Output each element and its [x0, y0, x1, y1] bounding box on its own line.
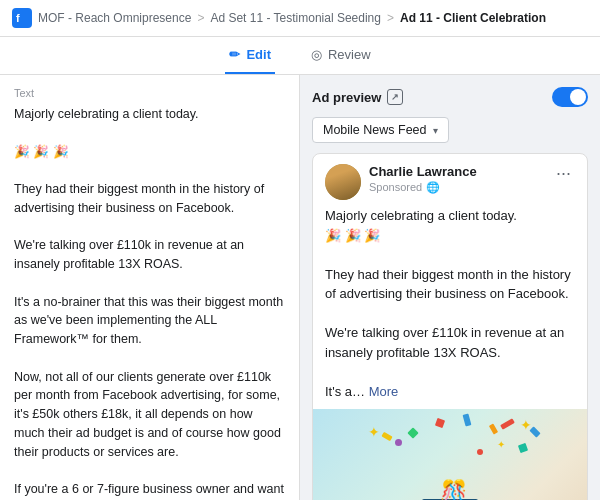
breadcrumb-sep-2: > [387, 11, 394, 25]
text-label: Text [14, 87, 285, 99]
breadcrumb-mof[interactable]: MOF - Reach Omnipresence [38, 11, 191, 25]
breadcrumb-bar: f MOF - Reach Omnipresence > Ad Set 11 -… [0, 0, 600, 37]
ad-text-line2: 🎉 🎉 🎉 [325, 226, 575, 246]
star-icon-1: ✦ [368, 424, 380, 440]
avatar [325, 164, 361, 200]
more-options-button[interactable]: ··· [552, 164, 575, 182]
right-panel: Ad preview ↗ Mobile News Feed ▾ Charlie … [300, 75, 600, 500]
left-panel: Text Majorly celebrating a client today.… [0, 75, 300, 500]
tab-review[interactable]: ◎ Review [307, 37, 375, 74]
ad-text-truncated: It's a… [325, 384, 365, 399]
breadcrumb-sep-1: > [197, 11, 204, 25]
app-logo: f [12, 8, 32, 28]
preview-toggle[interactable] [552, 87, 588, 107]
star-icon-3: ✦ [497, 439, 505, 450]
profile-name: Charlie Lawrance [369, 164, 477, 181]
tabs-bar: ✏ Edit ◎ Review [0, 37, 600, 75]
profile-info: Charlie Lawrance Sponsored 🌐 [325, 164, 477, 200]
edit-icon: ✏ [229, 47, 240, 62]
star-icon-2: ✦ [520, 417, 532, 433]
placement-selector[interactable]: Mobile News Feed ▾ [312, 117, 449, 143]
breadcrumb-current: Ad 11 - Client Celebration [400, 11, 546, 25]
sponsored-label: Sponsored [369, 181, 422, 193]
tab-edit[interactable]: ✏ Edit [225, 37, 275, 74]
ad-text-line3: They had their biggest month in the hist… [325, 265, 575, 304]
placement-label: Mobile News Feed [323, 123, 427, 137]
review-icon: ◎ [311, 47, 322, 62]
breadcrumb-adset[interactable]: Ad Set 11 - Testimonial Seeding [210, 11, 381, 25]
ad-body-copy[interactable]: Majorly celebrating a client today. 🎉 🎉 … [14, 105, 285, 500]
chevron-down-icon: ▾ [433, 125, 438, 136]
ad-preview-header: Ad preview ↗ [312, 87, 588, 107]
ad-preview-text: Majorly celebrating a client today. 🎉 🎉 … [313, 206, 587, 409]
main-content: Text Majorly celebrating a client today.… [0, 75, 600, 500]
ad-card: Charlie Lawrance Sponsored 🌐 ··· Majorly… [312, 153, 588, 500]
ad-image: ✦ ✦ ✦ 🎊 [313, 409, 587, 500]
sponsored-row: Sponsored 🌐 [369, 181, 477, 194]
globe-icon: 🌐 [426, 181, 440, 194]
ad-preview-label: Ad preview ↗ [312, 89, 403, 105]
svg-text:f: f [16, 12, 20, 24]
ad-card-header: Charlie Lawrance Sponsored 🌐 ··· [313, 154, 587, 206]
external-link-icon[interactable]: ↗ [387, 89, 403, 105]
more-link[interactable]: More [369, 384, 399, 399]
ad-text-line1: Majorly celebrating a client today. [325, 206, 575, 226]
ad-text-line4: We're talking over £110k in revenue at a… [325, 323, 575, 362]
